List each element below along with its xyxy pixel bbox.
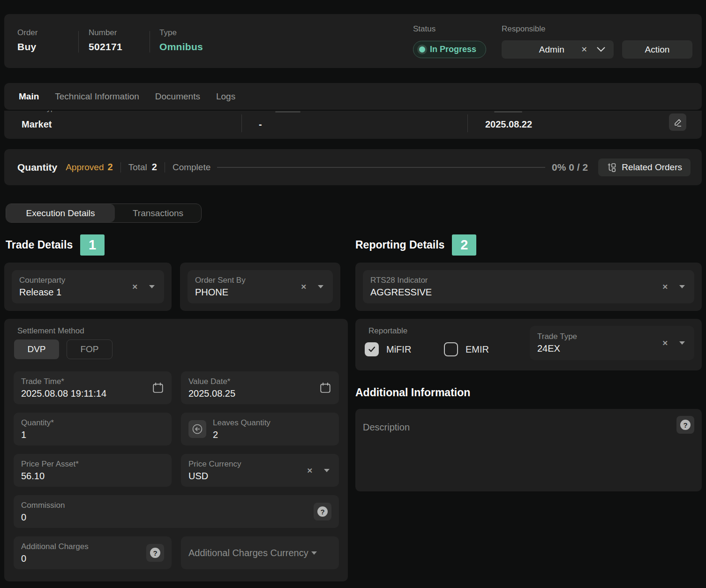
mifir-checkbox-row[interactable]: MiFIR (365, 342, 411, 356)
counterparty-card: Counterparty Release 1 ✕ (4, 263, 172, 311)
main-tabbar: Main Technical Information Documents Log… (4, 83, 702, 110)
status-value: In Progress (430, 45, 476, 54)
row-divider (241, 114, 242, 132)
header-divider (150, 31, 150, 53)
quantity-field[interactable]: Quantity* 1 (14, 413, 172, 445)
rts28-select[interactable]: RTS28 Indicator AGGRESSIVE ✕ (363, 270, 694, 303)
emir-label: EMIR (466, 344, 489, 355)
clear-icon[interactable]: ✕ (581, 46, 587, 53)
clipped-label-fragment: Order Type (22, 111, 68, 113)
row-divider (467, 114, 468, 132)
clipped-label-fragment (494, 111, 522, 113)
calendar-icon[interactable] (319, 382, 331, 394)
emir-checkbox-row[interactable]: EMIR (444, 342, 489, 356)
action-button[interactable]: Action (622, 40, 692, 59)
tab-main[interactable]: Main (19, 91, 39, 102)
emir-checkbox[interactable] (444, 342, 458, 356)
status-dot-icon (419, 46, 425, 53)
subtab-transactions[interactable]: Transactions (115, 204, 201, 222)
clear-icon[interactable]: ✕ (662, 339, 668, 347)
number-value: 502171 (89, 41, 122, 53)
subtab-execution-details[interactable]: Execution Details (6, 204, 115, 222)
reporting-details-heading: Reporting Details 2 (355, 234, 476, 256)
trade-details-card: Settlement Method DVP FOP Trade Time* 20… (4, 319, 348, 581)
order-number-stat: Number 502171 (89, 28, 122, 53)
related-orders-label: Related Orders (622, 162, 682, 173)
order-value: Buy (17, 41, 38, 53)
settlement-dvp-button[interactable]: DVP (14, 339, 59, 359)
order-sent-by-label: Order Sent By (195, 276, 300, 285)
counterparty-value: Release 1 (19, 287, 132, 298)
price-per-asset-field[interactable]: Price Per Asset* 56.10 (14, 454, 172, 487)
calendar-icon[interactable] (152, 382, 164, 394)
related-orders-button[interactable]: Related Orders (598, 158, 691, 176)
question-icon: ? (680, 420, 691, 430)
chevron-down-icon[interactable] (149, 285, 155, 288)
commission-field[interactable]: Commission 0 ? (14, 495, 339, 528)
value-date-field[interactable]: Value Date* 2025.08.25 (181, 371, 339, 404)
tab-documents[interactable]: Documents (155, 91, 200, 102)
additional-charges-currency-select[interactable]: Additional Charges Currency (181, 536, 339, 569)
approved-stat: Approved2 (66, 162, 113, 173)
chevron-down-icon[interactable] (679, 285, 685, 288)
arrow-left-circle-icon (191, 423, 203, 435)
header-divider (78, 31, 79, 53)
copy-left-button[interactable] (188, 420, 206, 438)
step-badge-1: 1 (80, 234, 105, 256)
question-icon: ? (150, 548, 160, 558)
tab-logs[interactable]: Logs (216, 91, 235, 102)
clear-icon[interactable]: ✕ (307, 467, 313, 474)
quantity-progress-bar: Quantity Approved2 Total2 Complete 0% 0 … (4, 149, 702, 185)
help-button[interactable]: ? (146, 544, 164, 562)
order-type-value: Market (22, 119, 52, 130)
check-icon (367, 345, 376, 354)
order-sent-by-card: Order Sent By PHONE ✕ (180, 263, 340, 311)
total-stat: Total2 (128, 162, 157, 173)
additional-charges-field[interactable]: Additional Charges 0 ? (14, 536, 172, 569)
rts28-label: RTS28 Indicator (370, 276, 662, 285)
settlement-fop-button[interactable]: FOP (67, 339, 113, 359)
progress-percent: 0% 0 / 2 (552, 162, 588, 173)
step-badge-2: 2 (452, 234, 476, 256)
chevron-down-icon[interactable] (679, 341, 685, 345)
responsible-select[interactable]: Admin ✕ (502, 40, 614, 59)
description-input[interactable]: Description (363, 422, 410, 433)
counterparty-select[interactable]: Counterparty Release 1 ✕ (12, 270, 164, 303)
complete-label: Complete (173, 162, 210, 173)
edit-button[interactable] (669, 113, 686, 131)
order-side-stat: Order Buy (17, 28, 38, 53)
order-sent-by-value: PHONE (195, 287, 300, 298)
reportable-card: Reportable MiFIR EMIR Trade Type 24EX ✕ (355, 319, 702, 370)
clear-icon[interactable]: ✕ (662, 283, 668, 290)
clear-icon[interactable]: ✕ (132, 283, 138, 290)
chevron-down-icon[interactable] (324, 469, 330, 472)
row-date-value: 2025.08.22 (485, 119, 532, 130)
mifir-checkbox[interactable] (365, 342, 379, 356)
responsible-value: Admin (510, 45, 581, 55)
trade-time-field[interactable]: Trade Time* 2025.08.08 19:11:14 (14, 371, 172, 404)
additional-charges-currency-placeholder: Additional Charges Currency (188, 548, 308, 558)
order-sent-by-select[interactable]: Order Sent By PHONE ✕ (188, 270, 333, 303)
trade-type-select[interactable]: Trade Type 24EX ✕ (530, 326, 694, 360)
order-type-stat: Type Omnibus (159, 28, 203, 53)
question-icon: ? (317, 506, 328, 517)
type-label: Type (159, 28, 203, 38)
chevron-down-icon[interactable] (311, 551, 317, 555)
action-button-label: Action (645, 45, 670, 55)
additional-information-heading: Additional Information (355, 386, 470, 399)
help-button[interactable]: ? (676, 416, 694, 434)
chevron-down-icon[interactable] (597, 47, 605, 52)
row-col2-value: - (259, 119, 262, 130)
tab-technical-information[interactable]: Technical Information (55, 91, 139, 102)
clipped-label-fragment (275, 111, 300, 113)
help-button[interactable]: ? (314, 503, 331, 520)
progress-track (217, 167, 545, 168)
clear-icon[interactable]: ✕ (300, 283, 307, 290)
reportable-label: Reportable (368, 326, 407, 336)
chevron-down-icon[interactable] (318, 285, 323, 288)
counterparty-label: Counterparty (19, 276, 132, 285)
number-label: Number (89, 28, 122, 38)
stat-divider (165, 162, 165, 173)
order-label: Order (17, 28, 38, 38)
price-currency-select[interactable]: Price Currency USD ✕ (181, 454, 339, 487)
